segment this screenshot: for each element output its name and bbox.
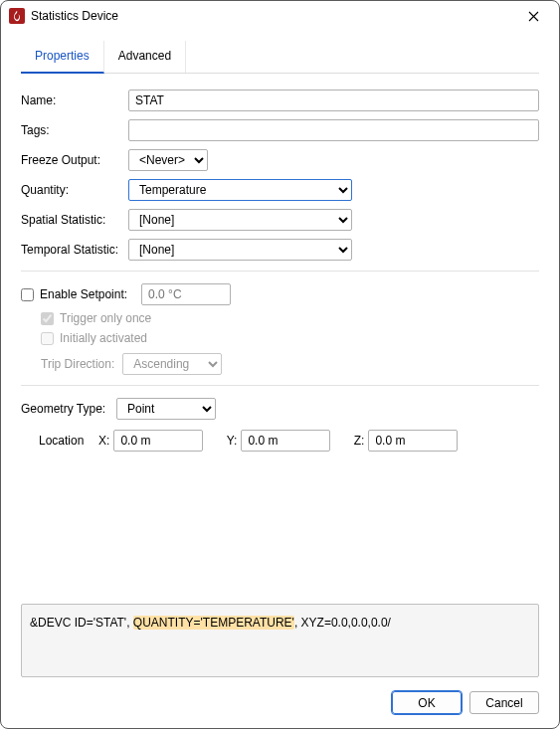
temporal-statistic-label: Temporal Statistic: [21,243,128,257]
name-label: Name: [21,93,128,107]
quantity-select[interactable]: Temperature [128,179,352,201]
tags-label: Tags: [21,123,128,137]
code-post: , XYZ=0.0,0.0,0.0/ [294,616,391,630]
code-preview: &DEVC ID='STAT', QUANTITY='TEMPERATURE',… [21,604,539,677]
titlebar: Statistics Device [1,1,559,31]
y-label: Y: [221,434,237,448]
temporal-statistic-select[interactable]: [None] [128,239,352,261]
setpoint-suboptions: Trigger only once Initially activated Tr… [41,311,539,375]
tags-input[interactable] [128,119,539,141]
form: Name: Tags: Freeze Output: <Never> Quant… [21,74,539,452]
close-icon [528,11,539,22]
initially-activated-label: Initially activated [60,331,147,345]
window-title: Statistics Device [31,9,513,23]
location-label: Location [39,434,84,448]
close-button[interactable] [513,4,553,28]
z-label: Z: [348,434,364,448]
trigger-once-checkbox [41,312,54,325]
trip-direction-label: Trip Direction: [41,357,114,371]
dialog-window: Statistics Device Properties Advanced Na… [0,0,560,729]
cancel-button[interactable]: Cancel [469,691,539,714]
initially-activated-checkbox [41,332,54,345]
y-input[interactable] [241,430,330,452]
geometry-type-label: Geometry Type: [21,402,116,416]
geometry-type-select[interactable]: Point [116,398,216,420]
quantity-label: Quantity: [21,183,128,197]
trip-direction-select: Ascending [122,353,222,375]
freeze-output-label: Freeze Output: [21,153,128,167]
tab-advanced[interactable]: Advanced [104,41,186,73]
code-pre: &DEVC ID='STAT', [30,616,133,630]
enable-setpoint-checkbox[interactable] [21,288,34,301]
tab-properties[interactable]: Properties [21,41,104,74]
ok-button[interactable]: OK [392,691,462,714]
divider-1 [21,271,539,272]
x-input[interactable] [113,430,203,452]
content: Properties Advanced Name: Tags: Freeze O… [1,31,559,728]
code-highlight: QUANTITY='TEMPERATURE' [133,616,294,630]
trigger-once-label: Trigger only once [60,311,151,325]
button-row: OK Cancel [21,677,539,728]
name-input[interactable] [128,90,539,111]
app-icon [9,8,25,24]
x-label: X: [93,434,109,448]
spatial-statistic-select[interactable]: [None] [128,209,352,231]
spatial-statistic-label: Spatial Statistic: [21,213,128,227]
enable-setpoint-label: Enable Setpoint: [40,287,127,301]
setpoint-input [141,283,231,305]
divider-2 [21,385,539,386]
freeze-output-select[interactable]: <Never> [128,149,208,171]
z-input[interactable] [368,430,458,452]
tab-bar: Properties Advanced [21,41,539,74]
